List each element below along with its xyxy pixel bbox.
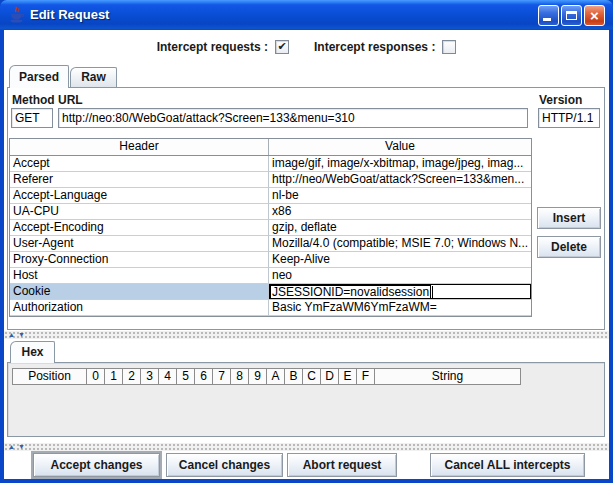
header-cell[interactable]: Accept-Encoding [10,220,269,236]
table-row-host[interactable]: Host neo [10,268,531,284]
table-row-accept-language[interactable]: Accept-Language nl-be [10,188,531,204]
headers-table: Header Value Accept image/gif, image/x-x… [9,138,532,317]
header-cell[interactable]: Authorization [10,300,269,316]
hex-column[interactable]: 6 [194,368,213,385]
intercept-responses-label: Intercept responses : [314,40,435,54]
text-caret [432,286,433,298]
hex-column[interactable]: C [302,368,321,385]
table-row-authorization[interactable]: Authorization Basic YmFzaWM6YmFzaWM= [10,300,531,316]
maximize-button[interactable] [561,5,582,26]
headers-table-header[interactable]: Header Value [10,139,531,156]
value-cell[interactable]: Mozilla/4.0 (compatible; MSIE 7.0; Windo… [269,236,531,252]
titlebar[interactable]: Edit Request × [0,0,613,30]
intercept-requests-label: Intercept requests : [157,40,268,54]
header-cell[interactable]: Proxy-Connection [10,252,269,268]
url-label: URL [58,93,83,107]
header-cell[interactable]: Cookie [10,284,269,300]
hex-column[interactable]: D [320,368,339,385]
table-row-accept-encoding[interactable]: Accept-Encoding gzip, deflate [10,220,531,236]
tab-hex[interactable]: Hex [10,341,55,363]
hex-column[interactable]: 2 [122,368,141,385]
split-collapse-up-icon[interactable]: ▲ [8,331,15,339]
hex-column[interactable]: 1 [104,368,123,385]
window-title: Edit Request [30,0,109,30]
hex-column[interactable]: 3 [140,368,159,385]
maximize-icon [566,11,577,20]
cancel-all-intercepts-button[interactable]: Cancel ALL intercepts [430,453,585,477]
hex-column[interactable]: A [266,368,285,385]
header-cell[interactable]: Host [10,268,269,284]
abort-request-button[interactable]: Abort request [287,453,397,477]
minimize-button[interactable] [538,5,559,26]
value-column-label[interactable]: Value [269,139,531,155]
hex-column[interactable]: 9 [248,368,267,385]
close-icon: × [585,6,604,25]
hex-column[interactable]: 7 [212,368,231,385]
split-collapse-up-icon[interactable]: ▲ [8,443,15,451]
table-row-proxy-connection[interactable]: Proxy-Connection Keep-Alive [10,252,531,268]
edit-request-window: Edit Request × Intercept requests : ✔ In… [0,0,613,483]
hex-table-header: Position 0 1 2 3 4 5 6 7 8 9 A B C D E F… [12,368,521,385]
method-label: Method [12,93,55,107]
hex-column[interactable]: 0 [86,368,105,385]
method-field[interactable] [11,108,53,128]
table-row-accept[interactable]: Accept image/gif, image/x-xbitmap, image… [10,156,531,172]
hex-column[interactable]: E [338,368,357,385]
split-collapse-down-icon[interactable]: ▼ [18,443,25,451]
hex-column-position[interactable]: Position [12,368,87,385]
value-cell[interactable]: http://neo/WebGoat/attack?Screen=133&men… [269,172,531,188]
version-label: Version [539,93,582,107]
value-cell[interactable]: nl-be [269,188,531,204]
header-cell[interactable]: Accept [10,156,269,172]
table-row-referer[interactable]: Referer http://neo/WebGoat/attack?Screen… [10,172,531,188]
split-collapse-down-icon[interactable]: ▼ [18,331,25,339]
hex-column[interactable]: 4 [158,368,177,385]
tab-parsed[interactable]: Parsed [9,65,69,88]
close-button[interactable]: × [584,5,605,26]
window-controls: × [538,5,605,26]
url-field[interactable] [58,108,528,128]
value-cell[interactable]: image/gif, image/x-xbitmap, image/jpeg, … [269,156,531,172]
header-cell[interactable]: User-Agent [10,236,269,252]
intercept-requests-checkbox[interactable]: ✔ [275,40,289,54]
header-column-label[interactable]: Header [10,139,269,155]
hex-column[interactable]: 5 [176,368,195,385]
header-cell[interactable]: UA-CPU [10,204,269,220]
cancel-changes-button[interactable]: Cancel changes [166,453,283,477]
accept-changes-button[interactable]: Accept changes [33,453,160,477]
header-cell[interactable]: Referer [10,172,269,188]
minimize-icon [543,18,551,21]
split-divider-top[interactable]: ▲ ▼ [4,331,609,339]
value-cell[interactable]: Basic YmFzaWM6YmFzaWM= [269,300,531,316]
table-row-ua-cpu[interactable]: UA-CPU x86 [10,204,531,220]
table-row-user-agent[interactable]: User-Agent Mozilla/4.0 (compatible; MSIE… [10,236,531,252]
split-divider-bottom[interactable]: ▲ ▼ [4,443,609,451]
version-field[interactable] [538,108,600,128]
java-icon [8,6,25,24]
value-cell[interactable]: neo [269,268,531,284]
value-cell[interactable]: x86 [269,204,531,220]
hex-column[interactable]: 8 [230,368,249,385]
insert-button[interactable]: Insert [537,207,601,229]
hex-column-string[interactable]: String [374,368,521,385]
tab-raw[interactable]: Raw [70,67,117,87]
value-cell-editing[interactable]: JSESSIONID=novalidsession [269,284,531,300]
intercept-responses-checkbox[interactable] [442,40,456,54]
intercept-bar: Intercept requests : ✔ Intercept respons… [0,36,613,58]
value-cell[interactable]: Keep-Alive [269,252,531,268]
cell-editor-text[interactable]: JSESSIONID=novalidsession [270,285,431,299]
hex-column[interactable]: F [356,368,375,385]
hex-column[interactable]: B [284,368,303,385]
checkmark-icon: ✔ [277,41,286,52]
table-row-cookie[interactable]: Cookie JSESSIONID=novalidsession [10,284,531,300]
value-cell[interactable]: gzip, deflate [269,220,531,236]
header-cell[interactable]: Accept-Language [10,188,269,204]
delete-button[interactable]: Delete [537,236,601,258]
